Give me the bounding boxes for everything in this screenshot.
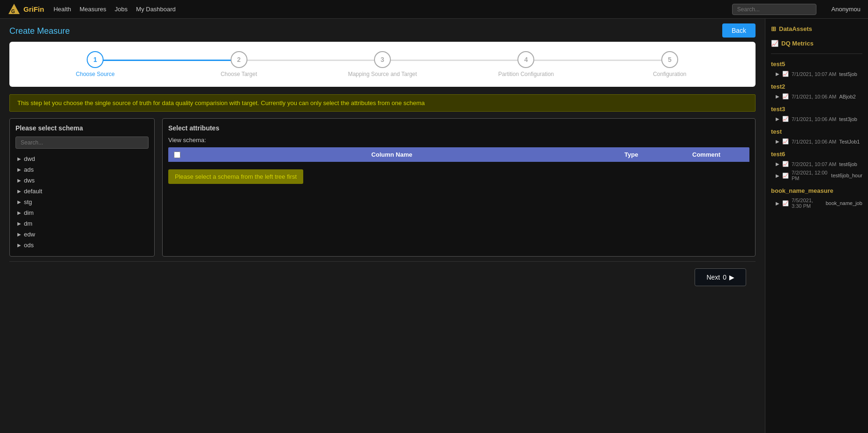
job-name: test6job (839, 161, 857, 167)
schema-item-dws[interactable]: ▶ dws (15, 175, 149, 186)
measure-title-book-name: book_name_measure (771, 187, 862, 194)
col-header-name: Column Name (190, 151, 594, 158)
step-circle-4: 4 (517, 51, 534, 68)
schema-arrow-ads: ▶ (17, 167, 21, 172)
job-time: 7/1/2021, 10:06 AM (792, 116, 836, 122)
expand-icon: ▶ (776, 161, 779, 167)
attr-table-body: Please select a schema from the left tre… (168, 162, 749, 189)
step-label-4: Partition Configuration (498, 71, 554, 77)
nav-dashboard[interactable]: My Dashboard (136, 4, 176, 15)
schema-item-label-dws: dws (24, 177, 35, 184)
step-3: 3 Mapping Source and Target (311, 51, 454, 77)
data-assets-label: DataAssets (779, 25, 812, 32)
schema-item-label-dwd: dwd (24, 155, 35, 162)
nav-measures[interactable]: Measures (80, 4, 106, 15)
col-header-type: Type (594, 151, 669, 158)
app-logo[interactable]: G GriFin (7, 3, 44, 16)
logo-icon: G (7, 3, 21, 16)
expand-icon: ▶ (776, 139, 779, 144)
step-1: 1 Choose Source (23, 51, 167, 77)
stepper: 1 Choose Source 2 Choose Target 3 Mappin… (23, 51, 741, 77)
nav-health[interactable]: Health (53, 4, 71, 15)
step-label-1: Choose Source (76, 71, 115, 77)
schema-item-label-dm: dm (24, 220, 32, 227)
job-time: 7/5/2021, 3:30 PM (792, 198, 823, 209)
step-2: 2 Choose Target (167, 51, 310, 77)
schema-item-dwd[interactable]: ▶ dwd (15, 153, 149, 164)
step-label-5: Configuration (653, 71, 686, 77)
page-title: Create Measure (9, 26, 756, 36)
job-item-test3job[interactable]: ▶ 📈 7/1/2021, 10:06 AM test3job (771, 114, 862, 123)
schema-item-dim[interactable]: ▶ dim (15, 207, 149, 218)
job-item-test6job-hour[interactable]: ▶ 📈 7/2/2021, 12:00 PM test6job_hour (771, 168, 862, 182)
job-name: book_name_job (826, 200, 862, 206)
layout: Create Measure Back 1 Choose Source 2 Ch… (0, 19, 868, 433)
schema-item-dm[interactable]: ▶ dm (15, 218, 149, 229)
schema-item-stg[interactable]: ▶ stg (15, 197, 149, 207)
schema-item-label-ads: ads (24, 166, 34, 173)
job-chart-icon: 📈 (782, 138, 789, 144)
job-name: test3job (839, 116, 857, 122)
schema-search-input[interactable] (15, 137, 149, 149)
schema-item-default[interactable]: ▶ default (15, 186, 149, 197)
job-item-book-name-job[interactable]: ▶ 📈 7/5/2021, 3:30 PM book_name_job (771, 196, 862, 210)
job-chart-icon: 📈 (782, 200, 789, 206)
expand-icon: ▶ (776, 94, 779, 99)
job-time: 7/1/2021, 10:06 AM (792, 94, 836, 99)
schema-arrow-stg: ▶ (17, 199, 21, 205)
schema-panel: Please select schema ▶ dwd ▶ ads ▶ dws ▶… (9, 118, 155, 257)
attr-placeholder-message: Please select a schema from the left tre… (168, 169, 303, 184)
expand-icon: ▶ (776, 71, 779, 76)
select-all-checkbox[interactable] (174, 152, 180, 158)
user-label: Anonymou (831, 6, 861, 13)
two-panel: Please select schema ▶ dwd ▶ ads ▶ dws ▶… (9, 118, 756, 257)
schema-arrow-default: ▶ (17, 189, 21, 194)
attr-table-header: Column Name Type Comment (168, 147, 749, 162)
job-item-test6job[interactable]: ▶ 📈 7/2/2021, 10:07 AM test6job (771, 160, 862, 168)
back-button[interactable]: Back (722, 23, 756, 38)
stepper-card: 1 Choose Source 2 Choose Target 3 Mappin… (9, 42, 756, 87)
svg-text:G: G (11, 9, 15, 14)
expand-icon: ▶ (776, 173, 779, 178)
job-chart-icon: 📈 (782, 161, 789, 167)
grid-icon: ⊞ (771, 25, 776, 32)
main-content: Create Measure Back 1 Choose Source 2 Ch… (0, 19, 765, 433)
logo-text: GriFin (23, 5, 44, 13)
bottom-bar: Next 0 ▶ (9, 261, 756, 293)
schema-arrow-dws: ▶ (17, 178, 21, 183)
job-name: ABjob2 (839, 94, 855, 99)
nav-links: Health Measures Jobs My Dashboard (53, 4, 723, 15)
view-schema-label: View schema: (168, 137, 749, 144)
schema-panel-title: Please select schema (15, 124, 149, 132)
schema-arrow-ods: ▶ (17, 243, 21, 248)
measure-title-test5: test5 (771, 61, 862, 68)
search-input[interactable] (732, 4, 816, 15)
job-name: test6job_hour (831, 173, 862, 178)
step-label-2: Choose Target (221, 71, 257, 77)
schema-item-edw[interactable]: ▶ edw (15, 229, 149, 240)
next-count: 0 (723, 273, 726, 281)
dq-metrics-label: DQ Metrics (781, 40, 814, 47)
next-button[interactable]: Next 0 ▶ (695, 268, 746, 286)
schema-arrow-dim: ▶ (17, 210, 21, 215)
schema-item-label-edw: edw (24, 231, 35, 238)
schema-item-label-default: default (24, 188, 42, 195)
job-item-test5job[interactable]: ▶ 📈 7/1/2021, 10:07 AM test5job (771, 69, 862, 78)
job-item-abjob2[interactable]: ▶ 📈 7/1/2021, 10:06 AM ABjob2 (771, 92, 862, 101)
schema-item-ods[interactable]: ▶ ods (15, 240, 149, 251)
info-bar: This step let you choose the single sour… (9, 94, 756, 112)
job-name: test5job (839, 71, 857, 77)
measure-title-test2: test2 (771, 83, 862, 90)
nav-jobs[interactable]: Jobs (115, 4, 127, 15)
schema-arrow-dwd: ▶ (17, 156, 21, 161)
attr-panel: Select attributes View schema: Column Na… (162, 118, 756, 257)
step-circle-1: 1 (87, 51, 104, 68)
sidebar-divider (771, 53, 862, 54)
schema-arrow-dm: ▶ (17, 221, 21, 226)
chart-icon: 📈 (771, 40, 778, 47)
next-arrow-icon: ▶ (729, 273, 734, 281)
job-time: 7/2/2021, 12:00 PM (792, 170, 828, 181)
job-item-testjob1[interactable]: ▶ 📈 7/1/2021, 10:06 AM TestJob1 (771, 137, 862, 146)
schema-item-ads[interactable]: ▶ ads (15, 164, 149, 175)
schema-item-label-ods: ods (24, 242, 34, 249)
